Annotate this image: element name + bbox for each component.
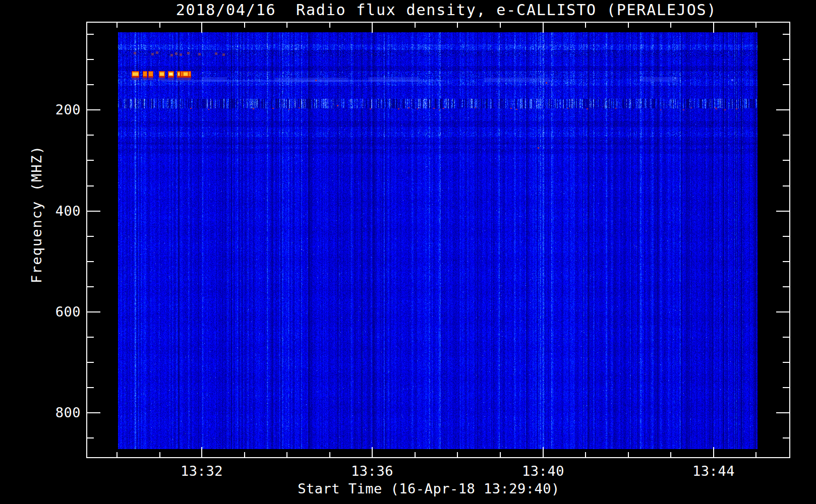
y-tick-label: 200 (45, 102, 81, 117)
x-minor-tick (670, 452, 671, 457)
x-minor-tick-top (500, 23, 501, 28)
x-minor-tick-top (329, 23, 330, 28)
plot-frame (86, 22, 790, 458)
x-minor-tick (628, 452, 629, 457)
x-minor-tick-top (457, 23, 458, 28)
spectrogram-page: 2018/04/16 Radio flux density, e-CALLIST… (0, 0, 816, 504)
x-minor-tick (329, 452, 330, 457)
y-tick-label: 600 (45, 304, 81, 320)
y-minor-tick-right (783, 84, 789, 85)
x-major-tick (713, 447, 714, 457)
y-minor-tick (87, 362, 94, 363)
y-minor-tick-right (783, 387, 789, 388)
y-axis-title: Frequency (MHZ) (29, 145, 44, 283)
x-minor-tick (286, 452, 287, 457)
y-minor-tick-right (783, 286, 789, 287)
x-minor-tick-top (628, 23, 629, 28)
y-minor-tick (87, 236, 94, 237)
x-minor-tick-top (670, 23, 671, 28)
x-minor-tick-top (585, 23, 586, 28)
x-minor-tick-top (755, 23, 756, 28)
x-minor-tick (244, 452, 245, 457)
y-tick-label: 400 (45, 203, 81, 219)
x-minor-tick (500, 452, 501, 457)
x-major-tick-top (713, 23, 714, 33)
x-major-tick (201, 447, 202, 457)
x-minor-tick-top (286, 23, 287, 28)
y-minor-tick (87, 387, 94, 388)
y-minor-tick (87, 286, 94, 287)
x-minor-tick (159, 452, 160, 457)
x-axis-title: Start Time (16-Apr-18 13:29:40) (298, 481, 559, 496)
x-major-tick-top (201, 23, 202, 33)
y-minor-tick-right (783, 135, 789, 136)
x-minor-tick-top (244, 23, 245, 28)
x-tick-label: 13:44 (692, 463, 735, 479)
y-minor-tick (87, 261, 94, 262)
y-minor-tick-right (783, 362, 789, 363)
y-minor-tick-right (783, 160, 789, 161)
x-minor-tick (585, 452, 586, 457)
y-minor-tick-right (783, 185, 789, 186)
x-minor-tick-top (415, 23, 416, 28)
x-major-tick (543, 447, 544, 457)
x-minor-tick (457, 452, 458, 457)
y-minor-tick (87, 135, 94, 136)
y-minor-tick (87, 34, 94, 35)
y-major-tick (87, 211, 100, 212)
y-major-tick (87, 311, 100, 312)
x-tick-label: 13:32 (181, 463, 223, 479)
chart-title: 2018/04/16 Radio flux density, e-CALLIST… (176, 1, 717, 19)
x-minor-tick-top (159, 23, 160, 28)
y-minor-tick-right (783, 34, 789, 35)
y-minor-tick (87, 160, 94, 161)
y-minor-tick-right (783, 59, 789, 60)
y-major-tick (87, 412, 100, 413)
x-minor-tick-top (116, 23, 118, 28)
y-minor-tick (87, 337, 94, 338)
y-major-tick-right (776, 109, 789, 110)
y-minor-tick (87, 185, 94, 186)
y-major-tick (87, 109, 100, 110)
y-major-tick-right (776, 412, 789, 413)
x-minor-tick (755, 452, 756, 457)
x-tick-label: 13:36 (351, 463, 393, 479)
y-minor-tick-right (783, 437, 789, 438)
x-major-tick-top (372, 23, 373, 33)
y-major-tick-right (776, 311, 789, 312)
x-minor-tick (116, 452, 118, 457)
x-tick-label: 13:40 (522, 463, 564, 479)
y-minor-tick-right (783, 261, 789, 262)
y-tick-label: 800 (45, 405, 81, 420)
y-minor-tick-right (783, 236, 789, 237)
y-minor-tick (87, 84, 94, 85)
y-minor-tick (87, 437, 94, 438)
y-major-tick-right (776, 211, 789, 212)
y-minor-tick (87, 59, 94, 60)
x-major-tick-top (543, 23, 544, 33)
x-major-tick (372, 447, 373, 457)
y-minor-tick-right (783, 337, 789, 338)
x-minor-tick (415, 452, 416, 457)
